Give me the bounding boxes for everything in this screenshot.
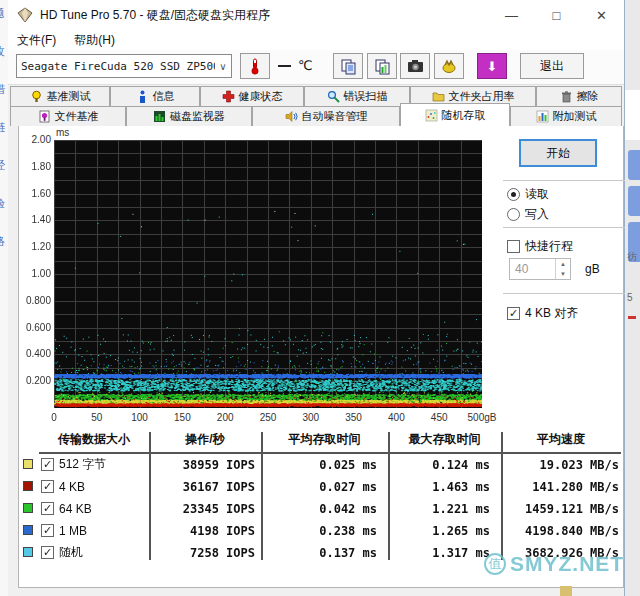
- save-results-button[interactable]: [434, 53, 464, 79]
- temperature-unit: ℃: [298, 58, 313, 73]
- app-icon: [17, 7, 33, 23]
- column-divider: [388, 432, 390, 560]
- series-color-swatch: [23, 525, 33, 535]
- x-tick-label: 50: [77, 412, 117, 423]
- short-stroke-checkbox[interactable]: 快捷行程: [507, 238, 573, 255]
- checkbox-icon: [41, 502, 54, 515]
- spinner-arrows[interactable]: ▲▼: [555, 259, 570, 279]
- background-fragment: 彷: [627, 250, 637, 264]
- tab-random-access[interactable]: 随机存取: [400, 103, 510, 126]
- drive-select-dropdown[interactable]: Seagate FireCuda 520 SSD ZP500GM3 ∨: [16, 54, 232, 78]
- background-fragment: 链: [0, 120, 5, 135]
- series-label: 4 KB: [59, 480, 85, 494]
- copy-image-icon: [374, 58, 391, 75]
- series-toggle[interactable]: 4 KB: [41, 479, 85, 494]
- maximize-button[interactable]: □: [534, 0, 579, 30]
- screenshot-button[interactable]: [400, 53, 430, 79]
- exit-button[interactable]: 退出: [520, 53, 584, 79]
- close-icon: ✕: [596, 8, 607, 23]
- series-toggle[interactable]: 512 字节: [41, 457, 106, 472]
- y-tick-label: 1.60: [19, 188, 51, 199]
- spin-up-icon[interactable]: ▲: [556, 259, 570, 269]
- checkbox-icon: [41, 524, 54, 537]
- extra-tests-icon: [536, 110, 549, 123]
- divider: [503, 227, 625, 228]
- series-label: 随机: [59, 544, 83, 561]
- minimize-button[interactable]: —: [489, 0, 534, 30]
- y-tick-label: 0.400: [19, 348, 51, 359]
- checkbox-icon: [41, 458, 54, 471]
- background-fragment: 验: [0, 196, 5, 211]
- cell-max: 1.221 ms: [394, 502, 490, 516]
- copy-icon: [340, 58, 357, 75]
- checkbox-icon: [41, 480, 54, 493]
- folder-icon: [432, 90, 445, 103]
- series-toggle[interactable]: 随机: [41, 545, 83, 560]
- download-button[interactable]: ⬇: [477, 53, 507, 79]
- x-tick-label: 450: [419, 412, 459, 423]
- titlebar: HD Tune Pro 5.70 - 硬盘/固态硬盘实用程序 — □ ✕: [8, 0, 624, 30]
- divider: [503, 293, 625, 294]
- random-access-panel: ms 2.001.801.601.401.201.000.8000.6000.4…: [18, 126, 624, 588]
- capacity-spinner[interactable]: 40 ▲▼: [509, 258, 571, 280]
- tab-aam[interactable]: 自动噪音管理: [252, 106, 400, 126]
- tab-extra-tests[interactable]: 附加测试: [510, 106, 622, 126]
- capacity-unit: gB: [585, 262, 600, 276]
- x-tick-label: 250: [248, 412, 288, 423]
- copy-text-button[interactable]: [333, 53, 363, 79]
- cell-ops: 7258 IOPS: [155, 546, 255, 560]
- watermark: 值 SMYZ.NET: [484, 552, 624, 576]
- start-button[interactable]: 开始: [519, 139, 597, 167]
- short-stroke-label: 快捷行程: [525, 238, 573, 255]
- cell-max: 1.265 ms: [394, 524, 490, 538]
- menu-help[interactable]: 帮助(H): [65, 32, 124, 49]
- disk-monitor-icon: [153, 110, 166, 123]
- align-checkbox[interactable]: 4 KB 对齐: [507, 305, 578, 322]
- series-toggle[interactable]: 64 KB: [41, 501, 92, 516]
- cell-avg: 0.137 ms: [267, 546, 377, 560]
- benchmark-icon: [30, 90, 43, 103]
- file-benchmark-icon: [38, 110, 51, 123]
- magnifier-icon: [327, 90, 340, 103]
- tab-error-scan[interactable]: 错误扫描: [304, 86, 410, 106]
- download-arrow-icon: ⬇: [487, 59, 498, 74]
- tab-label: 错误扫描: [344, 89, 388, 104]
- checkbox-icon: [507, 307, 520, 320]
- background-fragment: [628, 150, 640, 180]
- tab-label: 基准测试: [47, 89, 91, 104]
- x-tick-label: 500gB: [462, 412, 502, 423]
- spin-down-icon[interactable]: ▼: [556, 269, 570, 279]
- tab-benchmark[interactable]: 基准测试: [10, 86, 110, 106]
- cell-speed: 1459.121 MB/s: [507, 502, 619, 516]
- copy-image-button[interactable]: [367, 53, 397, 79]
- write-radio-label: 写入: [525, 206, 549, 223]
- series-color-swatch: [23, 481, 33, 491]
- x-tick-label: 100: [120, 412, 160, 423]
- menu-file[interactable]: 文件(F): [8, 32, 65, 49]
- background-fragment: 题: [0, 6, 5, 21]
- tab-health[interactable]: 健康状态: [200, 86, 304, 106]
- header-underline: [39, 452, 621, 454]
- series-toggle[interactable]: 1 MB: [41, 523, 87, 538]
- tab-label: 信息: [153, 89, 175, 104]
- checkbox-icon: [41, 546, 54, 559]
- x-tick-label: 0: [34, 412, 74, 423]
- toolbar: Seagate FireCuda 520 SSD ZP500GM3 ∨ ℃: [8, 50, 624, 85]
- tab-row-2: 文件基准 磁盘监视器 自动噪音管理 随机存取 附加测试: [10, 106, 622, 126]
- cell-speed: 19.023 MB/s: [507, 458, 619, 472]
- series-label: 512 字节: [59, 456, 106, 473]
- background-fragment: [628, 186, 640, 216]
- tab-file-benchmark[interactable]: 文件基准: [10, 106, 126, 126]
- temperature-button[interactable]: [240, 53, 270, 79]
- cell-avg: 0.025 ms: [267, 458, 377, 472]
- write-radio[interactable]: 写入: [507, 206, 549, 223]
- series-label: 64 KB: [59, 502, 92, 516]
- close-button[interactable]: ✕: [579, 0, 624, 30]
- tab-info[interactable]: 信息: [110, 86, 200, 106]
- tab-label: 附加测试: [553, 109, 597, 124]
- tab-disk-monitor[interactable]: 磁盘监视器: [126, 106, 252, 126]
- read-radio[interactable]: 读取: [507, 186, 549, 203]
- background-fragment: 改: [0, 44, 5, 59]
- camera-icon: [407, 59, 424, 73]
- tab-erase[interactable]: 擦除: [536, 86, 622, 106]
